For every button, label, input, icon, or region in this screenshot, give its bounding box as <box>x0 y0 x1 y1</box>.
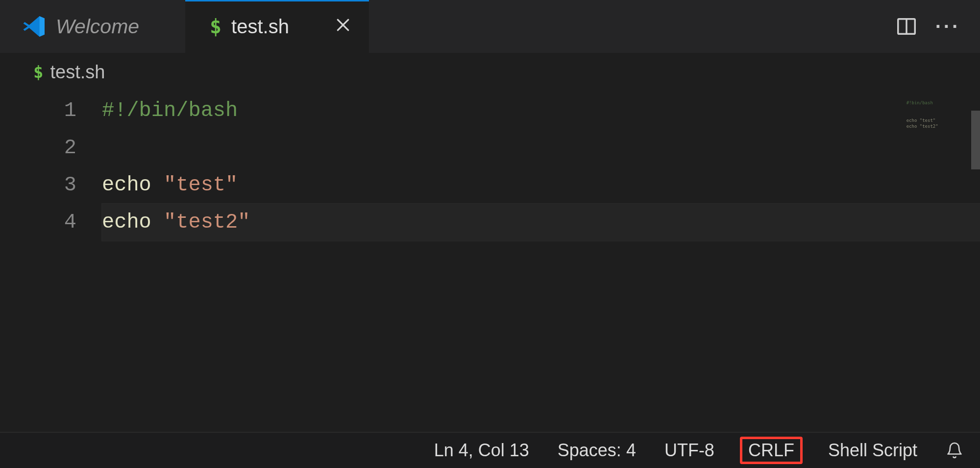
status-language-mode[interactable]: Shell Script <box>825 438 920 463</box>
tab-test-sh-label: test.sh <box>231 16 289 38</box>
code-line: echo "test" <box>102 166 980 204</box>
editor[interactable]: 1 2 3 4 #!/bin/bash echo "test" echo "te… <box>0 91 980 432</box>
code-line: #!/bin/bash <box>102 92 980 129</box>
status-bar: Ln 4, Col 13 Spaces: 4 UTF-8 CRLF Shell … <box>0 432 980 468</box>
bell-icon[interactable] <box>943 440 966 461</box>
line-number-gutter: 1 2 3 4 <box>0 91 102 432</box>
tab-bar-actions: ··· <box>895 0 980 53</box>
code-line <box>102 129 980 166</box>
tab-welcome-label: Welcome <box>56 15 139 38</box>
status-eol[interactable]: CRLF <box>740 437 803 464</box>
breadcrumb-file: test.sh <box>50 62 105 83</box>
overview-ruler[interactable] <box>971 91 980 432</box>
status-indentation[interactable]: Spaces: 4 <box>555 438 639 463</box>
status-cursor-position[interactable]: Ln 4, Col 13 <box>431 438 532 463</box>
line-number: 1 <box>0 92 102 129</box>
tab-bar: Welcome $ test.sh ··· <box>0 0 980 53</box>
status-encoding[interactable]: UTF-8 <box>662 438 717 463</box>
tab-bar-spacer <box>369 0 895 53</box>
line-number: 3 <box>0 166 102 204</box>
tab-test-sh[interactable]: $ test.sh <box>185 0 369 53</box>
more-actions-icon[interactable]: ··· <box>935 16 960 38</box>
line-number: 2 <box>0 129 102 166</box>
line-number: 4 <box>0 204 102 241</box>
shell-file-icon: $ <box>33 62 43 82</box>
code-line: echo "test2" <box>102 204 980 241</box>
overview-ruler-viewport[interactable] <box>971 111 980 169</box>
code-area[interactable]: #!/bin/bash echo "test" echo "test2" <box>102 91 980 432</box>
tab-welcome[interactable]: Welcome <box>0 0 185 53</box>
shell-file-icon: $ <box>210 15 221 38</box>
split-editor-icon[interactable] <box>895 15 918 38</box>
breadcrumb[interactable]: $ test.sh <box>0 53 980 91</box>
close-icon[interactable] <box>335 16 351 37</box>
vscode-logo-icon <box>23 15 46 38</box>
